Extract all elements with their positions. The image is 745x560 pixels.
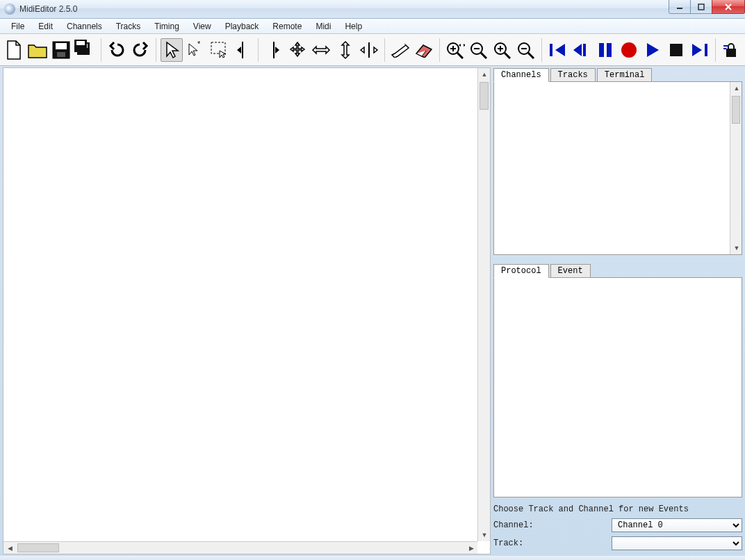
- track-label: Track:: [493, 538, 612, 548]
- menu-tracks[interactable]: Tracks: [109, 20, 148, 33]
- scroll-left-icon[interactable]: ◀: [4, 543, 15, 554]
- new-button[interactable]: [3, 38, 25, 62]
- menu-file[interactable]: File: [4, 20, 31, 33]
- tab-protocol[interactable]: Protocol: [493, 264, 549, 278]
- app-icon: [4, 3, 15, 15]
- menu-playback[interactable]: Playback: [218, 20, 266, 33]
- menu-channels[interactable]: Channels: [60, 20, 109, 33]
- redo-button[interactable]: [129, 38, 152, 62]
- select-tool[interactable]: [161, 38, 183, 62]
- move-all-tool[interactable]: [286, 38, 309, 62]
- move-size-tool[interactable]: [358, 38, 380, 62]
- separator: [258, 38, 259, 62]
- menu-help[interactable]: Help: [338, 20, 369, 33]
- titlebar: MidiEditor 2.5.0: [0, 0, 745, 19]
- open-button[interactable]: [26, 38, 49, 62]
- svg-rect-30: [550, 44, 552, 56]
- skip-start-button[interactable]: [546, 38, 568, 62]
- menu-midi[interactable]: Midi: [309, 20, 338, 33]
- panel-vertical-scrollbar[interactable]: ▲ ▼: [730, 82, 742, 254]
- minimize-button[interactable]: [669, 0, 691, 14]
- zoom-out-v-icon: [516, 41, 536, 59]
- select-left-tool[interactable]: [231, 38, 254, 62]
- svg-line-24: [505, 53, 510, 58]
- maximize-icon: [698, 3, 705, 10]
- svg-rect-12: [211, 42, 225, 53]
- scroll-right-icon[interactable]: ▶: [466, 543, 477, 554]
- separator: [439, 38, 440, 62]
- editor-horizontal-scrollbar[interactable]: ◀ ▶: [3, 541, 477, 554]
- zoom-out-v-button[interactable]: [515, 38, 537, 62]
- scroll-down-icon[interactable]: ▼: [479, 529, 490, 541]
- svg-rect-31: [583, 44, 586, 56]
- svg-rect-5: [56, 43, 67, 49]
- channel-label: Channel:: [493, 520, 612, 530]
- scroll-thumb[interactable]: [480, 82, 489, 110]
- play-icon: [645, 41, 660, 59]
- select-right-tool[interactable]: [263, 38, 285, 62]
- svg-rect-6: [57, 52, 65, 57]
- tab-tracks[interactable]: Tracks: [550, 68, 596, 82]
- save-all-button[interactable]: [74, 38, 96, 62]
- scroll-thumb[interactable]: [17, 543, 59, 552]
- zoom-in-v-button[interactable]: [491, 38, 514, 62]
- undo-icon: [108, 42, 126, 58]
- editor-canvas[interactable]: ▲ ▼ ◀ ▶: [3, 67, 491, 554]
- select-right-icon: [267, 40, 281, 60]
- play-button[interactable]: [641, 38, 664, 62]
- select-box-tool[interactable]: [208, 38, 230, 62]
- pencil-tool[interactable]: [389, 38, 411, 62]
- menu-timing[interactable]: Timing: [147, 20, 186, 33]
- scroll-down-icon[interactable]: ▼: [731, 242, 742, 254]
- eraser-tool[interactable]: [413, 38, 435, 62]
- zoom-in-v-icon: [493, 41, 512, 59]
- zoom-in-h-button[interactable]: [444, 38, 466, 62]
- move-h-icon: [311, 44, 331, 56]
- scroll-up-icon[interactable]: ▲: [731, 83, 742, 94]
- step-back-button[interactable]: [570, 38, 592, 62]
- scroll-up-icon[interactable]: ▲: [479, 69, 490, 80]
- menu-view[interactable]: View: [186, 20, 218, 33]
- channel-select[interactable]: Channel 0: [612, 518, 742, 532]
- maximize-button[interactable]: [690, 0, 712, 14]
- skip-end-button[interactable]: [689, 38, 711, 62]
- tab-terminal[interactable]: Terminal: [597, 68, 653, 82]
- zoom-in-h-icon: [445, 41, 465, 59]
- svg-rect-37: [726, 49, 736, 57]
- svg-rect-1: [698, 4, 704, 10]
- tab-channels[interactable]: Channels: [493, 68, 549, 82]
- stop-icon: [669, 42, 684, 58]
- move-all-icon: [288, 41, 306, 59]
- new-event-form: Choose Track and Channel for new Events …: [493, 504, 742, 554]
- svg-rect-36: [705, 44, 707, 56]
- separator: [541, 38, 542, 62]
- scroll-thumb[interactable]: [732, 96, 740, 124]
- zoom-out-h-button[interactable]: [468, 38, 490, 62]
- menu-remote[interactable]: Remote: [265, 20, 309, 33]
- undo-button[interactable]: [105, 38, 127, 62]
- tab-event[interactable]: Event: [550, 264, 591, 278]
- close-button[interactable]: [712, 0, 745, 14]
- track-select[interactable]: [612, 536, 742, 550]
- svg-rect-35: [670, 44, 682, 56]
- menubar: File Edit Channels Tracks Timing View Pl…: [0, 19, 745, 34]
- redo-icon: [131, 42, 149, 58]
- record-button[interactable]: [618, 38, 640, 62]
- select-add-tool[interactable]: *: [184, 38, 206, 62]
- skip-start-icon: [548, 41, 566, 59]
- upper-tab-group: Channels Tracks Terminal ▲ ▼: [493, 67, 742, 255]
- save-button[interactable]: [50, 38, 72, 62]
- stop-button[interactable]: [665, 38, 687, 62]
- lock-button[interactable]: [720, 38, 742, 62]
- save-icon: [51, 40, 71, 60]
- menu-edit[interactable]: Edit: [31, 20, 60, 33]
- editor-vertical-scrollbar[interactable]: ▲ ▼: [477, 68, 490, 541]
- pause-button[interactable]: [594, 38, 616, 62]
- select-left-icon: [236, 40, 249, 60]
- move-horizontal-tool[interactable]: [310, 38, 332, 62]
- lock-icon: [722, 42, 740, 58]
- move-vertical-tool[interactable]: [334, 38, 356, 62]
- side-panel: Channels Tracks Terminal ▲ ▼ Protocol Ev…: [493, 67, 742, 554]
- move-size-icon: [359, 41, 379, 59]
- pencil-icon: [391, 42, 410, 58]
